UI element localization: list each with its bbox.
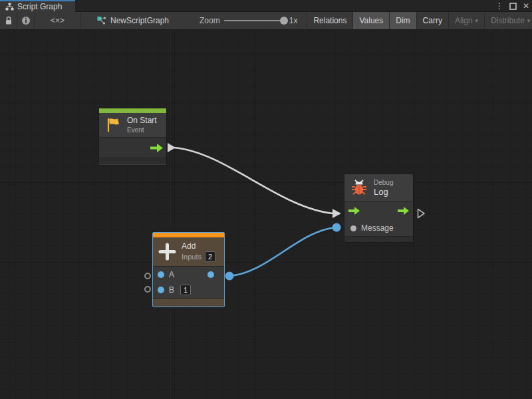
graph-name-display[interactable]: NewScriptGraph: [81, 12, 177, 29]
zoom-slider[interactable]: [224, 20, 285, 21]
align-dropdown[interactable]: Align ▾: [449, 12, 485, 29]
wire-value-add-to-message[interactable]: [225, 223, 341, 281]
zoom-label: Zoom: [200, 16, 220, 25]
code-view-button[interactable]: <×>: [35, 12, 81, 29]
zoom-slider-knob[interactable]: [280, 17, 288, 25]
code-icon: <×>: [51, 16, 65, 25]
carry-button[interactable]: Carry: [417, 12, 449, 29]
window-controls: ⋮ ✕: [495, 0, 529, 12]
tab-title: Script Graph: [17, 2, 62, 11]
maximize-icon[interactable]: [509, 3, 517, 10]
info-icon: [21, 16, 31, 25]
dim-button[interactable]: Dim: [390, 12, 416, 29]
graph-hierarchy-icon: [5, 3, 14, 11]
graph-toolbar: <×> NewScriptGraph Zoom 1x Relations Val…: [0, 12, 532, 30]
tab-script-graph[interactable]: Script Graph: [0, 0, 75, 12]
close-icon[interactable]: ✕: [523, 0, 529, 12]
graph-asset-icon: [97, 16, 106, 25]
values-button[interactable]: Values: [353, 12, 390, 29]
zoom-value: 1x: [289, 16, 298, 25]
graph-canvas[interactable]: On Start Event: [0, 30, 532, 399]
lock-icon: [5, 16, 13, 25]
lock-button[interactable]: [0, 12, 17, 29]
chevron-down-icon: ▾: [475, 17, 479, 24]
distribute-label: Distribute: [491, 16, 525, 25]
align-label: Align: [455, 16, 473, 25]
zoom-control: Zoom 1x: [177, 12, 303, 29]
window-menu-icon[interactable]: ⋮: [495, 0, 503, 12]
info-button[interactable]: [17, 12, 35, 29]
distribute-dropdown[interactable]: Distribute ▾: [485, 12, 532, 29]
wires-layer: [0, 30, 532, 399]
toolbar-actions: Relations Values Dim Carry Align ▾ Distr…: [307, 12, 532, 29]
relations-button[interactable]: Relations: [307, 12, 353, 29]
wire-flow-onstart-to-log[interactable]: [168, 143, 341, 218]
chevron-down-icon: ▾: [527, 17, 531, 24]
graph-name-label: NewScriptGraph: [110, 16, 169, 25]
title-bar: Script Graph ⋮ ✕: [0, 0, 532, 12]
toolbar-left-group: <×>: [0, 12, 81, 29]
